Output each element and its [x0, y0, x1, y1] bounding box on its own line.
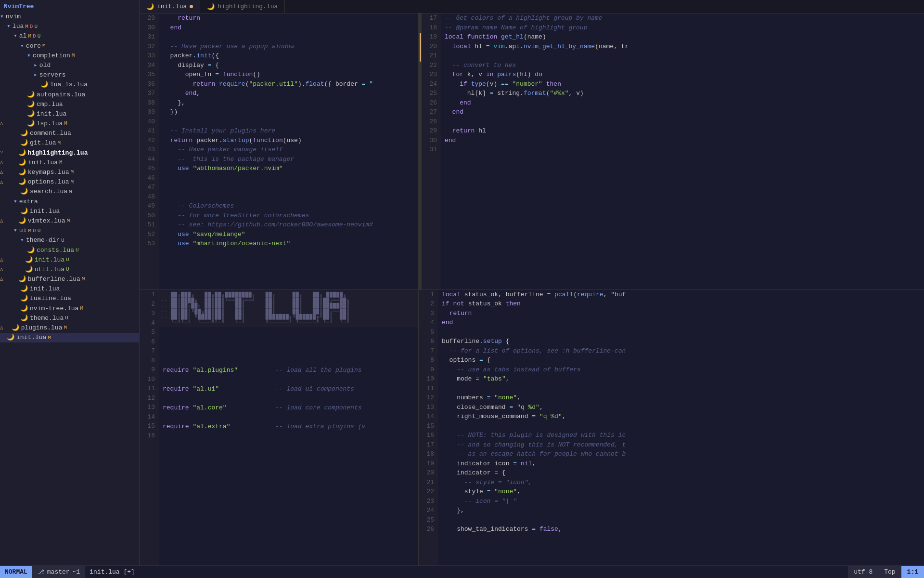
folder-icon: ▾: [20, 236, 24, 245]
lua-icon: 🌙: [12, 324, 19, 332]
tree-item-bufferline[interactable]: △ 🌙 bufferline.lua M: [0, 275, 139, 284]
tree-label: lsp.lua: [37, 119, 63, 128]
tree-label: init.lua: [30, 285, 60, 293]
editor-panels: 2930313233 3435363738 3940414243 4445464…: [140, 13, 924, 565]
warning-sign: △: [0, 256, 3, 263]
warning-sign: △: [0, 159, 3, 166]
tree-item-old[interactable]: ▸ old: [0, 61, 139, 70]
badge-m: M: [28, 33, 31, 40]
tree-item-init-core[interactable]: 🌙 init.lua: [0, 109, 139, 119]
warning-sign: △: [0, 276, 3, 283]
tree-item-init-main[interactable]: 🌙 init.lua M: [0, 333, 139, 342]
lua-icon: 🌙: [25, 256, 33, 264]
tree-item-al[interactable]: ▾ al M D U: [0, 31, 139, 41]
tree-item-theme-dir[interactable]: ▾ theme-dir U: [0, 236, 139, 245]
tree-item-git[interactable]: 🌙 git.lua M: [0, 138, 139, 148]
lua-icon: 🌙: [20, 129, 28, 138]
lua-icon: 🌙: [27, 100, 35, 109]
tree-label: search.lua: [30, 187, 67, 196]
lua-icon: 🌙: [20, 294, 28, 303]
tab-highlighting[interactable]: 🌙 highlighting.lua: [200, 0, 285, 13]
tree-label: core: [26, 42, 41, 51]
status-right: utf-8 Top 1:1: [848, 566, 924, 578]
lua-icon: 🌙: [20, 285, 28, 293]
tree-item-ui[interactable]: ▾ ui M D U: [0, 226, 139, 236]
status-bar: NORMAL ⎇ master ~1 init.lua [+] utf-8 To…: [0, 565, 924, 578]
tree-item-cmp[interactable]: 🌙 cmp.lua: [0, 100, 139, 109]
tree-item-servers[interactable]: ▸ servers: [0, 70, 139, 80]
tree-item-lualine[interactable]: 🌙 lualine.lua: [0, 294, 139, 303]
line-numbers-right-top: 1718192021 2223242526 2728293031: [422, 13, 441, 289]
lua-icon: 🌙: [20, 187, 28, 196]
tree-label: ui: [19, 226, 27, 235]
tree-item-plugins[interactable]: △ 🌙 plugins.lua M: [0, 323, 139, 333]
tree-item-init-al[interactable]: △ 🌙 init.lua M: [0, 158, 139, 168]
tree-item-completion[interactable]: ▾ completion M: [0, 51, 139, 61]
lua-icon: 🌙: [20, 304, 28, 313]
warning-sign: △: [0, 217, 3, 224]
line-numbers-left-top: 2930313233 3435363738 3940414243 4445464…: [140, 13, 159, 289]
badge-m: M: [70, 179, 74, 186]
tree-item-util[interactable]: △ 🌙 util.lua U: [0, 265, 139, 275]
badge-m: M: [25, 23, 28, 30]
right-bottom-panel: 12345 678910 1112131415 1617181920 21222…: [419, 290, 924, 566]
badge-m: M: [72, 52, 75, 59]
tree-item-options[interactable]: △ 🌙 options.lua M: [0, 177, 139, 187]
tree-item-keymaps[interactable]: △ 🌙 keymaps.lua M: [0, 168, 139, 177]
tree-label: cmp.lua: [37, 100, 63, 109]
lua-icon: 🌙: [27, 91, 35, 99]
tree-label: lua: [13, 22, 24, 31]
tree-label: comment.lua: [30, 129, 71, 138]
tree-label: git.lua: [30, 139, 56, 147]
tree-item-vimtex[interactable]: △ 🌙 vimtex.lua M: [0, 216, 139, 226]
line-numbers-right-bottom: 12345 678910 1112131415 1617181920 21222…: [419, 290, 438, 566]
badge-u: U: [76, 247, 79, 254]
lua-icon: 🌙: [18, 217, 26, 225]
lua-icon: 🌙: [18, 149, 26, 158]
lua-icon: 🌙: [40, 80, 48, 89]
badge-u: U: [66, 256, 69, 263]
code-content-right-bottom: local status_ok, bufferline = pcall(requ…: [438, 290, 924, 566]
badge-d: D: [33, 33, 36, 40]
tree-item-extra-init[interactable]: 🌙 init.lua: [0, 207, 139, 216]
tree-item-theme-init[interactable]: △ 🌙 init.lua U: [0, 255, 139, 265]
tab-init-lua[interactable]: 🌙 init.lua: [140, 0, 200, 13]
folder-icon: ▾: [20, 42, 24, 51]
tree-item-autopairs[interactable]: 🌙 autopairs.lua: [0, 90, 139, 100]
status-mode: NORMAL: [0, 566, 32, 578]
badge-d: D: [30, 23, 33, 30]
tree-item-highlighting[interactable]: ? 🌙 highlighting.lua: [0, 148, 139, 158]
tree-item-lua-ls[interactable]: 🌙 lua_ls.lua: [0, 80, 139, 90]
tree-item-comment[interactable]: 🌙 comment.lua: [0, 129, 139, 138]
tree-item-nvim[interactable]: ▾ nvim: [0, 12, 139, 22]
badge-m: M: [42, 42, 46, 50]
branch-icon: ⎇: [37, 568, 44, 576]
lua-icon: 🌙: [27, 119, 35, 128]
right-top-code: 1718192021 2223242526 2728293031 -- Get …: [419, 13, 924, 289]
left-bottom-section: 12345 678910 1112131415 16 -- ██╗███╗ ██…: [140, 289, 418, 565]
left-bottom-content: -- ██╗███╗ ██╗██╗████████╗ ██╗ ██╗ ██╗ █…: [159, 290, 418, 565]
tree-item-nvim-tree[interactable]: 🌙 nvim-tree.lua M: [0, 304, 139, 314]
lua-icon: 🌙: [7, 333, 14, 342]
badge-m: M: [64, 324, 67, 331]
lua-icon: 🌙: [18, 168, 26, 177]
question-sign: ?: [0, 149, 3, 157]
badge-m: M: [59, 159, 63, 166]
badge-m: M: [48, 334, 51, 342]
tree-item-search[interactable]: 🌙 search.lua M: [0, 187, 139, 197]
lua-icon: 🌙: [18, 275, 26, 284]
tree-item-theme[interactable]: 🌙 theme.lua U: [0, 314, 139, 323]
tree-item-init-ui[interactable]: 🌙 init.lua: [0, 284, 139, 294]
tab-label: init.lua: [157, 3, 187, 10]
tree-item-consts[interactable]: 🌙 consts.lua U: [0, 246, 139, 255]
tree-item-core[interactable]: ▾ core M: [0, 41, 139, 51]
tree-label: servers: [39, 71, 66, 79]
tree-label: init.lua: [28, 158, 58, 167]
tree-item-lua[interactable]: ▾ lua M D U: [0, 22, 139, 31]
lua-icon: 🌙: [18, 158, 26, 167]
folder-icon: ▾: [7, 22, 11, 31]
warning-sign: △: [0, 120, 3, 127]
tree-item-extra[interactable]: ▾ extra: [0, 197, 139, 207]
modified-dot: [190, 5, 193, 8]
tree-item-lsp[interactable]: △ 🌙 lsp.lua M: [0, 119, 139, 129]
